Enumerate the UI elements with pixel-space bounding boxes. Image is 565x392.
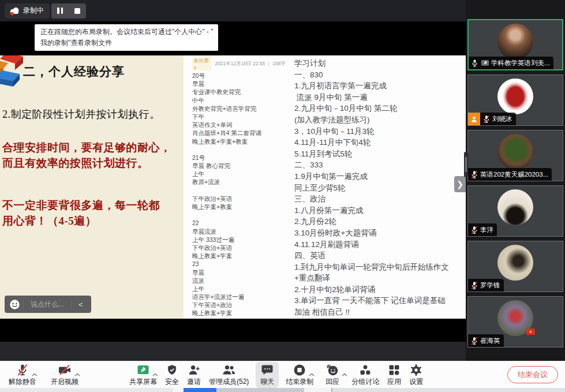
slide-red-text: 用心背！（4-5遍） — [0, 213, 184, 229]
participant-tile[interactable]: 罗学锋 — [467, 241, 563, 292]
invite-button[interactable]: 邀请 — [187, 363, 201, 387]
toolbar-label: 邀请 — [187, 377, 201, 387]
plan-line: 学习计划 — [294, 58, 466, 69]
plan-line: 4.11月-11月中下旬4轮 — [294, 137, 466, 148]
mic-muted-icon — [470, 226, 478, 234]
note-line: 23 — [192, 260, 286, 268]
reactions-button[interactable]: 回应 — [325, 363, 339, 387]
next-page-chevron-button[interactable]: ❯ — [454, 176, 466, 192]
chevron-up-icon[interactable] — [152, 373, 158, 376]
plan-line: 同上至少背5轮 — [294, 182, 466, 194]
meeting-toolbar: 解除静音 开启视频 共享屏幕 — [0, 361, 565, 388]
stop-recording-toolbar-button[interactable]: 结束录制 — [286, 363, 313, 387]
toolbar-label: 开启视频 — [51, 377, 78, 387]
manage-members-button[interactable]: 管理成员(52) — [209, 363, 249, 387]
note-line: 下午政治+英语 — [192, 195, 286, 203]
plan-line: 3.单词一直背 一天不能落下 记住单词是基础 — [294, 295, 466, 307]
chevron-up-icon[interactable] — [309, 373, 315, 376]
note-line: 早晨流派 — [192, 227, 286, 236]
note-line — [192, 186, 286, 195]
share-screen-button[interactable]: 共享屏幕 — [129, 363, 157, 387]
os-taskbar-edge[interactable] — [0, 388, 565, 392]
note-line: 晚上教案+学案+教案 — [192, 137, 286, 145]
participant-name: 罗学锋 — [480, 281, 500, 290]
chevron-up-icon[interactable] — [74, 373, 80, 376]
participant-namebar: 刘晓冰 — [480, 113, 516, 125]
participant-namebar: 罗学锋 — [468, 279, 504, 292]
invite-person-icon — [188, 363, 201, 377]
slide-point: 2.制定阶段性计划并按计划执行。 — [0, 107, 184, 121]
note-line: 语言学+流派过一遍 — [192, 293, 286, 301]
apps-button[interactable]: 应用 — [387, 363, 401, 387]
screen-sharing-icon — [481, 59, 489, 67]
note-line: 教原+流派 — [192, 178, 286, 186]
note-line: 上午 — [192, 285, 286, 293]
plan-line: 1.八月份第一遍完成 — [294, 205, 466, 216]
slide-red-text: 合理安排时间，要有足够的耐心， — [0, 140, 184, 155]
settings-button[interactable]: 设置 — [409, 363, 423, 387]
start-video-button[interactable]: 开启视频 — [51, 363, 78, 387]
chat-button[interactable]: 聊天 — [256, 362, 279, 388]
collapse-chat-button[interactable]: < — [71, 300, 90, 309]
reaction-smiley-icon — [325, 363, 339, 377]
notes-category-dropdown[interactable]: 未分类 ∨ — [192, 57, 212, 70]
taskbar-segment — [0, 388, 173, 392]
note-line — [192, 211, 286, 219]
toolbar-label: 共享屏幕 — [129, 377, 157, 387]
note-line: 20号 — [192, 72, 286, 80]
toolbar-label: 管理成员(52) — [209, 377, 249, 387]
note-line: 晚上教案+学案 — [192, 252, 286, 260]
note-line: 下午英语+政治 — [192, 301, 286, 309]
toolbar-label: 分组讨论 — [351, 377, 379, 387]
participant-tile-speaker[interactable]: 学科教学英语刘美... — [467, 19, 563, 70]
participant-namebar: 李洋 — [468, 223, 497, 236]
participant-namebar: 学科教学英语刘美... — [469, 57, 553, 69]
plan-line: 5.11月到考试5轮 — [294, 148, 466, 160]
smiley-icon — [9, 299, 20, 310]
note-line: 专业课中教史背完 — [192, 88, 286, 96]
chevron-up-icon[interactable] — [32, 373, 38, 376]
note-line: 晚上教案+学案 — [192, 309, 286, 317]
stop-record-icon — [293, 363, 306, 377]
participant-tile[interactable]: 李洋 — [467, 185, 563, 237]
toolbar-label: 聊天 — [260, 377, 274, 387]
unmute-button[interactable]: 解除静音 — [9, 363, 36, 387]
tooltip-line: 我的录制"查看录制文件 — [40, 38, 212, 48]
sidebar-collapse-handle[interactable] — [464, 152, 468, 177]
meeting-bottom-strip — [0, 342, 466, 361]
participant-tile-host[interactable]: 刘晓冰 — [467, 74, 563, 126]
slide-red-text: 而且有效率的按照计划进行。 — [0, 155, 184, 171]
plan-line: 1.9月中旬第一遍完成 — [294, 171, 466, 182]
presentation-slide: 二，个人经验分享 2.制定阶段性计划并按计划执行。 合理安排时间，要有足够的耐心… — [0, 55, 184, 319]
participant-name: 刘晓冰 — [492, 115, 512, 124]
chevron-down-icon: ∨ — [193, 65, 197, 70]
participant-tile[interactable]: 英语202黄天赐20203... — [467, 130, 563, 181]
shared-screen-content: 二，个人经验分享 2.制定阶段性计划并按计划执行。 合理安排时间，要有足够的耐心… — [0, 55, 466, 319]
chevron-up-icon[interactable] — [342, 373, 347, 376]
participants-sidebar: 学科教学英语刘美... 刘晓冰 — [466, 0, 565, 361]
note-line — [192, 145, 286, 154]
end-meeting-button[interactable]: 结束会议 — [507, 366, 558, 383]
note-line: 上午 333过一遍 — [192, 236, 286, 244]
emoji-button[interactable] — [6, 296, 23, 313]
mic-muted-icon — [470, 170, 478, 179]
breakout-rooms-button[interactable]: 分组讨论 — [351, 363, 379, 387]
taskbar-segment — [216, 388, 304, 392]
avatar — [497, 245, 533, 281]
mic-active-icon — [471, 59, 478, 68]
pause-recording-button[interactable] — [51, 3, 69, 18]
share-letterbox-bottom — [0, 319, 466, 342]
security-button[interactable]: 安全 — [165, 363, 179, 387]
share-screen-icon — [136, 363, 150, 377]
mic-muted-icon — [482, 115, 491, 124]
participant-namebar: 崔海英 — [468, 334, 504, 347]
note-line: 早晨 教心背完 — [192, 162, 286, 170]
note-line: 早晨 — [192, 268, 286, 277]
plan-line: 3，10月中旬－11月3轮 — [294, 126, 466, 137]
note-line: 下午 — [192, 113, 286, 121]
participant-tile[interactable]: ★ 崔海英 — [467, 296, 563, 348]
chat-message-input[interactable]: 说点什么... — [23, 300, 71, 309]
stop-recording-button[interactable] — [69, 3, 86, 18]
pause-icon — [57, 8, 63, 14]
toolbar-label: 安全 — [165, 377, 179, 387]
